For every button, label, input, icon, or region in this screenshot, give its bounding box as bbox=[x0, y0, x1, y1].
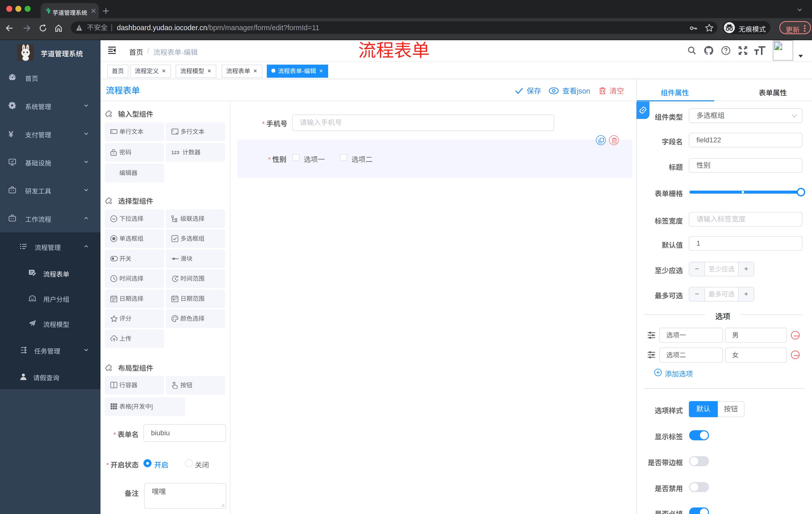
svg-text:123: 123 bbox=[171, 150, 179, 155]
